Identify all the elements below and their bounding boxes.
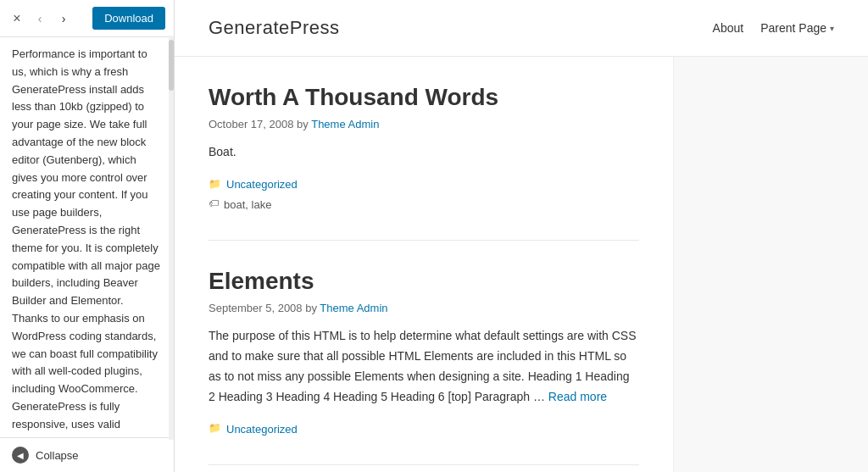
collapse-section[interactable]: ◀ Collapse: [0, 437, 174, 472]
post-by: by: [297, 118, 311, 130]
post-title: Worth A Thousand Words: [209, 82, 639, 113]
post-excerpt: Boat.: [209, 142, 639, 163]
back-button[interactable]: ‹: [31, 9, 49, 28]
post-meta: October 17, 2008 by Theme Admin: [209, 118, 639, 130]
chevron-down-icon: ▾: [830, 24, 834, 33]
sidebar: × ‹ › Download Performance is important …: [0, 0, 175, 472]
main-wrapper: GeneratePress About Parent Page ▾ Worth …: [175, 0, 868, 472]
nav-parent-page[interactable]: Parent Page ▾: [760, 21, 834, 35]
sidebar-header: × ‹ › Download: [0, 0, 174, 37]
collapse-label: Collapse: [36, 449, 79, 462]
scroll-indicator: [169, 36, 174, 440]
post-entry: Worth A Thousand Words October 17, 2008 …: [209, 82, 639, 241]
post-meta: September 5, 2008 by Theme Admin: [209, 302, 639, 314]
site-header: GeneratePress About Parent Page ▾: [175, 0, 868, 57]
parent-page-link[interactable]: Parent Page: [760, 21, 826, 35]
post-tags-row: 🏷 boat, lake: [209, 195, 639, 214]
download-button[interactable]: Download: [92, 7, 165, 30]
post-author[interactable]: Theme Admin: [311, 118, 379, 130]
post-by: by: [305, 302, 320, 314]
sidebar-content: Performance is important to us, which is…: [0, 37, 174, 437]
content-layout: Worth A Thousand Words October 17, 2008 …: [175, 57, 868, 472]
post-title: Elements: [209, 266, 639, 297]
post-tags: boat, lake: [224, 195, 271, 214]
read-more-link[interactable]: Read more: [548, 390, 607, 403]
post-category-row: 📁 Uncategorized: [209, 419, 639, 439]
folder-icon: 📁: [209, 419, 221, 438]
site-navigation: About Parent Page ▾: [713, 21, 834, 35]
post-category[interactable]: Uncategorized: [226, 419, 298, 439]
posts-area: Worth A Thousand Words October 17, 2008 …: [175, 57, 673, 472]
right-sidebar: [673, 57, 868, 472]
post-category[interactable]: Uncategorized: [226, 175, 298, 194]
nav-about[interactable]: About: [713, 21, 744, 35]
post-category-row: 📁 Uncategorized: [209, 175, 639, 194]
post-author[interactable]: Theme Admin: [320, 302, 387, 314]
post-footer: 📁 Uncategorized 🏷 boat, lake: [209, 175, 639, 214]
close-button[interactable]: ×: [8, 10, 25, 27]
tag-icon: 🏷: [209, 195, 219, 214]
forward-button[interactable]: ›: [54, 9, 73, 28]
post-excerpt: The purpose of this HTML is to help dete…: [209, 326, 639, 407]
site-title: GeneratePress: [209, 17, 339, 39]
post-footer: 📁 Uncategorized: [209, 419, 639, 439]
scroll-thumb: [169, 40, 174, 91]
sidebar-text: Performance is important to us, which is…: [12, 46, 162, 437]
collapse-icon: ◀: [12, 447, 29, 464]
post-entry: Elements September 5, 2008 by Theme Admi…: [209, 266, 639, 465]
folder-icon: 📁: [209, 175, 221, 194]
main-content: Worth A Thousand Words October 17, 2008 …: [175, 57, 673, 472]
post-date: September 5, 2008: [209, 302, 303, 314]
post-date: October 17, 2008: [209, 118, 293, 130]
